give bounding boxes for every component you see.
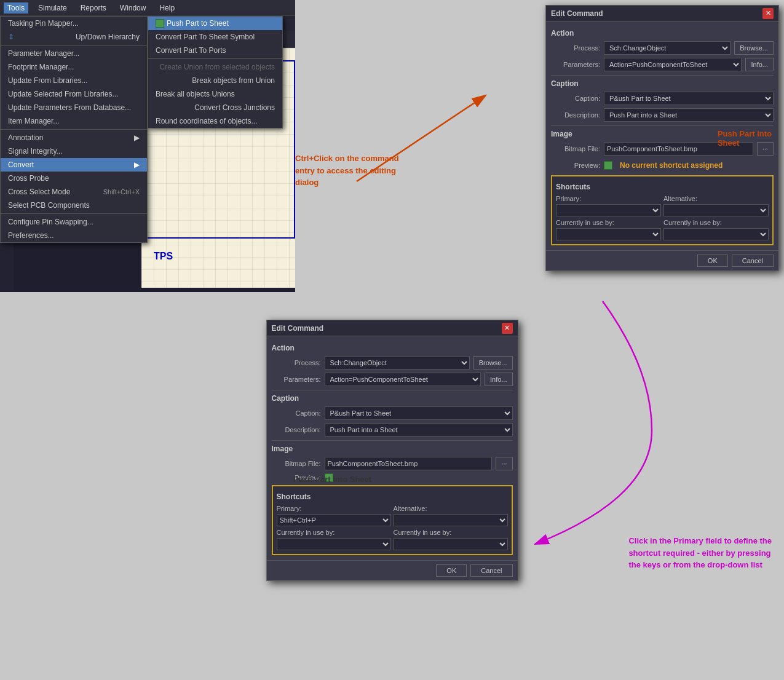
dialog-bottom-alternative-select[interactable] xyxy=(394,514,508,526)
dialog-bottom-process-label: Process: xyxy=(272,359,321,366)
dialog-bottom-caption-section: Caption xyxy=(272,394,513,403)
dialog-top-caption-section: Caption xyxy=(551,79,774,88)
submenu-break-all-unions[interactable]: Break all objects Unions xyxy=(148,87,282,101)
menu-tasking-pin-mapper[interactable]: Tasking Pin Mapper... xyxy=(1,17,147,30)
dialog-top-bitmap-label: Bitmap File: xyxy=(551,145,600,152)
submenu-break-from-union[interactable]: Break objects from Union xyxy=(148,74,282,87)
dialog-bottom-image-section: Image xyxy=(272,445,513,453)
schematic-editor: Tools Simulate Reports Window Help i2c.S… xyxy=(0,0,295,292)
dialog-top-shortcuts-title: Shortcuts xyxy=(556,183,769,191)
dialog-top-caption-select[interactable]: P&ush Part to Sheet xyxy=(604,92,774,105)
submenu-convert-cross-junctions[interactable]: Convert Cross Junctions xyxy=(148,101,282,114)
menu-tools[interactable]: Tools xyxy=(4,2,28,14)
dialog-top-info-button[interactable]: Info... xyxy=(745,58,774,71)
dialog-top-browse-button[interactable]: Browse... xyxy=(734,41,774,55)
dialog-bottom-action-section: Action xyxy=(272,344,513,352)
dialog-bottom-bitmap-label: Bitmap File: xyxy=(272,460,321,467)
dialog-bottom-cancel-button[interactable]: Cancel xyxy=(470,564,512,577)
dialog-top-titlebar: Edit Command ✕ xyxy=(546,6,778,22)
dialog-bottom-params-label: Parameters: xyxy=(272,376,321,383)
push-part-top-label: Push Part intoSheet xyxy=(718,129,772,148)
annotation-top: Ctrl+Click on the commandentry to access… xyxy=(295,152,399,189)
dialog-bottom-currently-use-label1: Currently in use by: xyxy=(277,529,391,536)
annotation-bottom: Click in the Primary field to define the… xyxy=(628,535,772,571)
menu-help[interactable]: Help xyxy=(156,2,178,14)
submenu-push-part-to-sheet[interactable]: Push Part to Sheet xyxy=(148,17,282,30)
dialog-top-description-label: Description: xyxy=(551,111,600,119)
menu-signal-integrity[interactable]: Signal Integrity... xyxy=(1,144,147,158)
dialog-bottom-caption-select[interactable]: P&ush Part to Sheet xyxy=(325,406,513,420)
dialog-bottom-info-button[interactable]: Info... xyxy=(485,373,513,386)
dialog-bottom-params-select[interactable]: Action=PushComponentToSheet xyxy=(325,373,481,386)
menu-update-selected-from-libraries[interactable]: Update Selected From Libraries... xyxy=(1,87,147,101)
submenu-create-union: Create Union from selected objects xyxy=(148,60,282,74)
dialog-bottom-primary-select[interactable]: Shift+Ctrl+P xyxy=(277,514,391,526)
dialog-top-cancel-button[interactable]: Cancel xyxy=(732,255,774,267)
dialog-bottom-ok-button[interactable]: OK xyxy=(436,564,467,577)
dialog-top-preview-label: Preview: xyxy=(551,162,600,169)
menu-annotation[interactable]: Annotation ▶ xyxy=(1,131,147,144)
dialog-bottom-description-select[interactable]: Push Part into a Sheet xyxy=(325,423,513,437)
dialog-bottom-close-button[interactable]: ✕ xyxy=(502,323,513,334)
menu-updown-hierarchy[interactable]: ⇕ Up/Down Hierarchy xyxy=(1,30,147,44)
dialog-bottom-shortcuts-box: Shortcuts Primary: Shift+Ctrl+P Alternat… xyxy=(272,485,513,555)
menu-simulate[interactable]: Simulate xyxy=(34,2,71,14)
menu-reports[interactable]: Reports xyxy=(77,2,110,14)
submenu-convert-to-sheet-symbol[interactable]: Convert Part To Sheet Symbol xyxy=(148,30,282,44)
dialog-top-alternative-label: Alternative: xyxy=(663,195,769,202)
dialog-top-footer: OK Cancel xyxy=(546,250,778,271)
menu-update-from-libraries[interactable]: Update From Libraries... xyxy=(1,74,147,87)
menu-configure-pin-swapping[interactable]: Configure Pin Swapping... xyxy=(1,215,147,229)
dialog-top-currently-use-label1: Currently in use by: xyxy=(556,219,661,226)
menu-cross-select-mode[interactable]: Cross Select Mode Shift+Ctrl+X xyxy=(1,185,147,199)
dialog-top-primary-select[interactable] xyxy=(556,204,661,216)
dialog-top-ok-button[interactable]: OK xyxy=(697,255,728,267)
dialog-top-description-select[interactable]: Push Part into a Sheet xyxy=(604,108,774,122)
dialog-top-no-shortcut-label: No current shortcut assigned xyxy=(616,159,726,172)
dialog-bottom-caption-label: Caption: xyxy=(272,409,321,417)
dialog-bottom-shortcuts-title: Shortcuts xyxy=(277,492,508,501)
dialog-bottom-currently-use-select2[interactable] xyxy=(394,538,508,550)
menu-preferences[interactable]: Preferences... xyxy=(1,229,147,242)
dialog-top-currently-use-select1[interactable] xyxy=(556,228,661,240)
menu-update-params-db[interactable]: Update Parameters From Database... xyxy=(1,101,147,114)
dialog-bottom-process-select[interactable]: Sch:ChangeObject xyxy=(325,356,470,370)
menu-item-manager[interactable]: Item Manager... xyxy=(1,114,147,128)
dialog-bottom-bitmap-input[interactable] xyxy=(325,457,493,470)
sch-tps-text: TPS xyxy=(154,251,173,262)
menu-footprint-manager[interactable]: Footprint Manager... xyxy=(1,60,147,74)
submenu-convert-to-ports[interactable]: Convert Part To Ports xyxy=(148,44,282,57)
edit-dialog-bottom: Edit Command ✕ Action Process: Sch:Chang… xyxy=(266,320,518,581)
dialog-top-alternative-select[interactable] xyxy=(663,204,769,216)
menu-cross-probe[interactable]: Cross Probe xyxy=(1,172,147,185)
dialog-bottom-currently-use-select1[interactable] xyxy=(277,538,391,550)
dialog-bottom-description-label: Description: xyxy=(272,426,321,433)
dialog-top-shortcuts-box: Shortcuts Primary: Alternative: Currentl… xyxy=(551,175,774,245)
dialog-top-process-label: Process: xyxy=(551,44,600,52)
dialog-top-close-button[interactable]: ✕ xyxy=(762,8,774,19)
dialog-bottom-titlebar: Edit Command ✕ xyxy=(267,320,518,336)
menu-parameter-manager[interactable]: Parameter Manager... xyxy=(1,47,147,60)
dialog-bottom-browse-button[interactable]: Browse... xyxy=(473,356,513,370)
submenu-round-coordinates[interactable]: Round coordinates of objects... xyxy=(148,114,282,128)
menu-window[interactable]: Window xyxy=(116,2,150,14)
dialog-top-primary-label: Primary: xyxy=(556,195,661,202)
dialog-top-action-section: Action xyxy=(551,29,774,38)
dialog-bottom-title: Edit Command xyxy=(272,324,324,333)
dialog-bottom-currently-use-label2: Currently in use by: xyxy=(394,529,508,536)
dialog-top-title: Edit Command xyxy=(551,9,603,18)
menu-convert[interactable]: Convert ▶ xyxy=(1,158,147,172)
menu-select-pcb-components[interactable]: Select PCB Components xyxy=(1,199,147,212)
menu-bar: Tools Simulate Reports Window Help xyxy=(0,0,295,16)
dialog-top-params-label: Parameters: xyxy=(551,61,600,68)
dialog-bottom-primary-label: Primary: xyxy=(277,505,391,512)
dialog-top-currently-use-select2[interactable] xyxy=(663,228,769,240)
tools-dropdown: Tasking Pin Mapper... ⇕ Up/Down Hierarch… xyxy=(0,16,148,243)
dialog-top-process-select[interactable]: Sch:ChangeObject xyxy=(604,41,731,55)
dialog-bottom-alternative-label: Alternative: xyxy=(394,505,508,512)
dialog-top-params-select[interactable]: Action=PushComponentToSheet xyxy=(604,58,742,71)
push-part-label: Push Part into Sheet xyxy=(293,475,371,484)
convert-submenu: Push Part to Sheet Convert Part To Sheet… xyxy=(148,16,283,128)
dialog-top-caption-label: Caption: xyxy=(551,95,600,102)
dialog-bottom-bitmap-browse-button[interactable]: ··· xyxy=(496,457,512,470)
